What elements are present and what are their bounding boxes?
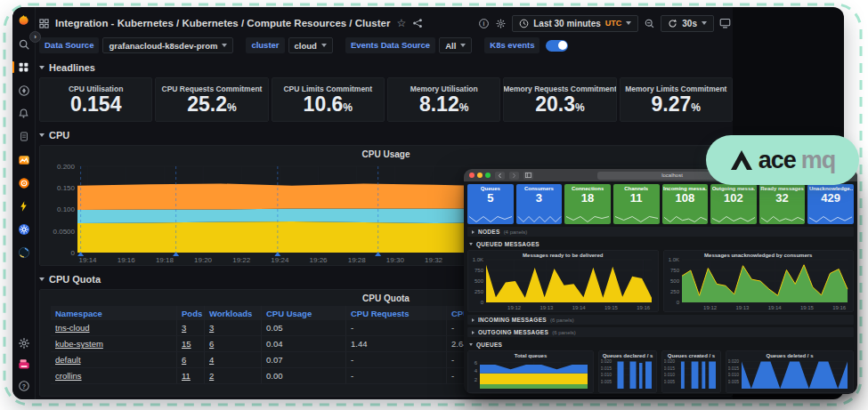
- svg-text:19:28: 19:28: [348, 256, 367, 263]
- svg-text:0.010: 0.010: [728, 372, 739, 377]
- namespace-link[interactable]: crollins: [55, 371, 82, 381]
- queues-created-chart: 0.0200.0150.0100.005: [664, 358, 718, 391]
- panel-settings-gear-icon[interactable]: [495, 18, 507, 29]
- stat-panel-cpu-limits[interactable]: CPU Limits Commitment 10.6%: [272, 77, 385, 122]
- col-header[interactable]: Workloads: [205, 306, 262, 320]
- minimize-traffic-light[interactable]: [477, 173, 483, 178]
- col-header[interactable]: Pods: [177, 306, 205, 320]
- stat-card-connections[interactable]: Connections 18: [564, 184, 611, 224]
- maximize-traffic-light[interactable]: [485, 173, 491, 178]
- svg-text:19:14: 19:14: [79, 256, 98, 263]
- stat-panel-cpu-utilisation[interactable]: CPU Utilisation 0.154: [39, 77, 152, 122]
- col-header[interactable]: CPU Requests: [346, 306, 447, 320]
- row-queues[interactable]: QUEUES: [467, 340, 854, 349]
- grafana-logo-icon[interactable]: [17, 14, 30, 28]
- favorite-star-icon[interactable]: ☆: [396, 18, 406, 28]
- svg-text:0.010: 0.010: [664, 372, 675, 377]
- svg-text:?: ?: [21, 382, 25, 389]
- docs-file-icon[interactable]: [17, 130, 30, 143]
- pods-link[interactable]: 6: [182, 355, 186, 365]
- search-icon[interactable]: [17, 37, 30, 51]
- sparkline: [711, 215, 756, 223]
- workloads-link[interactable]: 3: [209, 323, 214, 333]
- zoom-out-icon[interactable]: [644, 18, 655, 29]
- oncall-icon[interactable]: [17, 176, 30, 189]
- stat-card-ready[interactable]: Ready messages 32: [759, 184, 806, 224]
- stat-value: 20.3%: [535, 94, 584, 115]
- namespace-link[interactable]: default: [55, 355, 81, 365]
- namespace-link[interactable]: kube-system: [55, 339, 103, 349]
- stat-panel-memory-utilisation[interactable]: Memory Utilisation 8.12%: [387, 77, 500, 122]
- k8s-events-toggle[interactable]: [546, 40, 568, 52]
- cell: -: [346, 352, 447, 368]
- share-icon[interactable]: [412, 18, 423, 28]
- pods-link[interactable]: 15: [182, 339, 191, 349]
- time-range-picker[interactable]: Last 30 minutes UTC: [512, 15, 638, 32]
- chevron-down-icon: [469, 343, 473, 346]
- stat-panel-cpu-requests[interactable]: CPU Requests Commitment 25.2%: [155, 77, 268, 122]
- incident-icon[interactable]: [17, 153, 30, 166]
- kiosk-tv-icon[interactable]: [719, 18, 731, 28]
- stat-card-outgoing[interactable]: Outgoing messa... 102: [710, 184, 757, 224]
- time-range-label: Last 30 minutes: [533, 19, 601, 28]
- sidebar-expand-button[interactable]: ›: [29, 31, 41, 43]
- stat-panel-memory-limits[interactable]: Memory Limits Commitment 9.27%: [620, 77, 733, 122]
- chevron-down-icon: [460, 44, 466, 47]
- workloads-link[interactable]: 2: [209, 371, 214, 381]
- queues-deleted-panel[interactable]: Queues deleted / s 0.0200.0150.0100.005: [726, 350, 854, 393]
- info-icon[interactable]: i: [478, 18, 490, 29]
- svg-text:19:15: 19:15: [799, 305, 814, 310]
- stat-card-unacknowledged[interactable]: Unacknowledge... 429: [807, 184, 854, 224]
- cluster-select[interactable]: cloud: [288, 37, 333, 53]
- queues-created-panel[interactable]: Queues created / s 0.0200.0150.0100.005: [661, 350, 721, 393]
- messages-ready-panel[interactable]: Messages ready to be delivered 1.0K75050…: [467, 250, 659, 312]
- workloads-link[interactable]: 4: [209, 355, 214, 365]
- stat-card-incoming[interactable]: Incoming messa... 108: [662, 184, 709, 224]
- events-data-source-select[interactable]: All: [439, 37, 472, 53]
- kubernetes-icon[interactable]: [17, 222, 30, 236]
- svg-text:1.0K: 1.0K: [668, 258, 678, 262]
- row-incoming-messages[interactable]: INCOMING MESSAGES (6 panels): [467, 315, 854, 325]
- namespace-link[interactable]: tns-cloud: [55, 323, 90, 333]
- pods-link[interactable]: 11: [182, 371, 191, 381]
- refresh-picker[interactable]: 30s: [661, 15, 714, 32]
- section-cpu[interactable]: CPU: [39, 129, 733, 141]
- breadcrumb[interactable]: Integration - Kubernetes / Kubernetes / …: [55, 18, 390, 28]
- sidebar-toggle-icon[interactable]: [523, 172, 533, 180]
- workloads-link[interactable]: 6: [209, 339, 214, 349]
- stat-card-queues[interactable]: Queues 5: [467, 184, 514, 224]
- row-outgoing-messages[interactable]: OUTGOING MESSAGES (6 panels): [467, 327, 854, 337]
- stat-card-consumers[interactable]: Consumers 3: [516, 184, 563, 224]
- performance-lightning-icon[interactable]: [17, 199, 30, 213]
- alerting-bell-icon[interactable]: [17, 107, 30, 120]
- col-header[interactable]: CPU Usage: [262, 306, 346, 320]
- svg-text:250: 250: [669, 289, 679, 294]
- admin-icon[interactable]: [17, 358, 30, 371]
- dashboards-icon[interactable]: [17, 60, 30, 74]
- svg-text:0.020: 0.020: [664, 358, 675, 364]
- help-icon[interactable]: ?: [17, 379, 30, 392]
- cell: -: [346, 368, 447, 384]
- row-nodes[interactable]: NODES (4 panels): [467, 227, 854, 237]
- svg-text:0.020: 0.020: [728, 358, 739, 364]
- settings-gear-icon[interactable]: [17, 336, 30, 350]
- back-button[interactable]: [495, 172, 505, 180]
- stat-panel-memory-requests[interactable]: Memory Requests Commitment 20.3%: [503, 77, 616, 122]
- synthetics-icon[interactable]: [17, 245, 30, 259]
- forward-button[interactable]: [509, 172, 519, 180]
- sparkline: [663, 215, 708, 223]
- row-queued-messages[interactable]: QUEUED MESSAGES: [467, 239, 854, 248]
- messages-unacked-panel[interactable]: Messages unacknowledged by consumers 1.0…: [663, 250, 855, 312]
- explore-compass-icon[interactable]: [17, 84, 30, 97]
- data-source-select[interactable]: grafanacloud-k8sdev-prom: [102, 37, 233, 53]
- section-headlines[interactable]: Headlines: [39, 61, 733, 74]
- col-header[interactable]: Namespace: [51, 306, 177, 320]
- apps-grid-icon[interactable]: [39, 19, 49, 28]
- acemq-logo-badge: acemq: [706, 135, 859, 185]
- stat-card-channels[interactable]: Channels 11: [613, 184, 660, 224]
- queues-declared-panel[interactable]: Queues declared / s 0.0200.0150.0100.005: [598, 350, 657, 393]
- pods-link[interactable]: 3: [182, 323, 186, 333]
- total-queues-panel[interactable]: Total queues 642: [467, 350, 594, 393]
- svg-text:19:13: 19:13: [539, 305, 554, 310]
- close-traffic-light[interactable]: [469, 173, 475, 178]
